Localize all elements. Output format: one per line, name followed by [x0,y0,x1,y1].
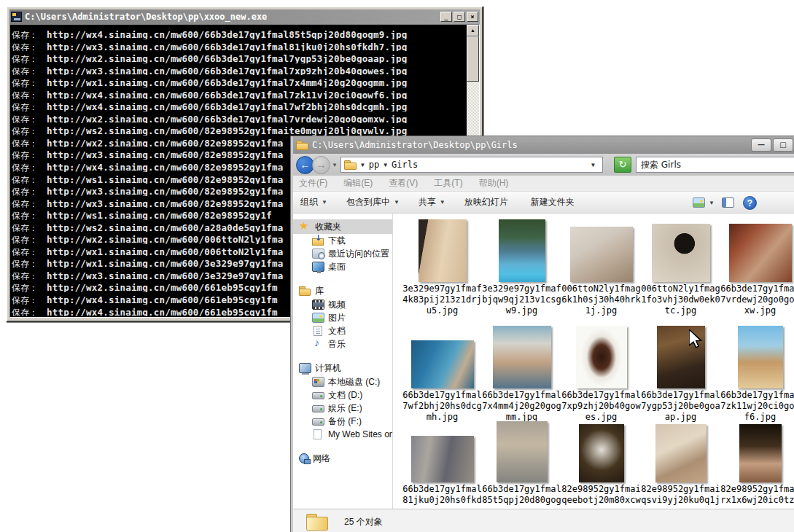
chevron-down-icon[interactable]: ▼ [709,200,715,206]
menu-item[interactable]: 编辑(E) [343,177,373,189]
file-thumbnail[interactable] [497,421,548,482]
scroll-up-button[interactable]: ▲ [467,25,479,36]
console-line: 保存：http://wx4.sinaimg.cn/mw600/66b3de17g… [12,99,465,112]
menu-item[interactable]: 查看(V) [389,177,418,189]
sidebar-item[interactable] [293,351,392,361]
sidebar-item[interactable] [293,441,392,451]
sidebar-item-icon [293,351,294,361]
search-box[interactable] [636,157,794,173]
save-label: 保存： [12,270,47,281]
sidebar-item[interactable]: 备份 (F:) [293,415,392,428]
toolbar-button[interactable]: 新建文件夹 [531,196,578,208]
address-bar: ← → ▼ ▼ pp ▼ Girls ▼ ↻ [293,154,794,176]
maximize-button[interactable]: □ [454,12,465,22]
chevron-down-icon[interactable]: ▼ [384,162,387,168]
file-thumbnail[interactable] [411,436,474,482]
sidebar-item[interactable]: 下载 [293,234,392,247]
minimize-button[interactable]: — [751,138,771,152]
search-input[interactable] [637,158,794,173]
mouse-pointer-icon [689,329,705,348]
breadcrumb[interactable]: ▼ pp ▼ Girls ▼ [340,157,603,173]
file-thumbnail[interactable] [652,224,710,282]
file-item[interactable]: 66b3de17gy1fmal81jku0j20hs0fkd [405,420,480,506]
sidebar-item[interactable]: 文档 [293,324,392,337]
toolbar-button[interactable]: 组织▼ [300,196,327,208]
sidebar-item[interactable]: 收藏夹 [293,219,392,234]
breadcrumb-item-pp[interactable]: pp [369,160,379,170]
file-thumbnail[interactable] [493,326,551,388]
file-name: 66b3de17gy1fmal7ygp53j20be0goaap.jpg [641,390,720,423]
file-item[interactable]: 3e329e97gy1fmaf4k83pij213z1drju5.jpg [405,218,480,316]
saved-url-text: http://wx1.sinaimg.cn/mw600/3e329e97gy1f… [47,258,283,268]
breadcrumb-item-girls[interactable]: Girls [392,160,418,170]
sidebar-item-icon [312,300,324,310]
sidebar-item[interactable]: 最近访问的位置 [293,247,392,260]
file-thumbnail[interactable] [729,224,792,282]
file-item[interactable]: 66b3de17gy1fmal7zk11wj20ci0gowf6.jpg [723,324,794,423]
sidebar-item[interactable]: 库 [293,283,392,298]
console-titlebar[interactable]: C:\Users\Administrator\Desktop\pp\xxoo_n… [9,9,480,24]
sidebar-item[interactable] [293,273,392,283]
sidebar-item-label: 音乐 [328,338,346,351]
refresh-button[interactable]: ↻ [614,157,631,173]
sidebar-item[interactable]: 娱乐 (E:) [293,402,392,415]
file-item[interactable]: 82e98952gy1fmaiqsvi9yj20ku0q1j [643,420,718,506]
console-line: 保存：http://wx1.sinaimg.cn/mw600/66b3de17g… [12,75,465,87]
toolbar-button[interactable]: 共享▼ [419,196,445,208]
file-item[interactable]: 006ttoN2ly1fmag6k1h0sj30h40hrk1j.jpg [564,218,639,316]
thumbnail-frame [411,324,474,388]
nav-history-dropdown-icon[interactable]: ▼ [332,162,338,168]
sidebar-item[interactable]: My Web Sites on [293,428,392,441]
thumbnail-frame [493,324,551,388]
file-item[interactable]: 66b3de17gy1fmal7xp9zhj20b40gowes.jpg [564,324,639,423]
forward-button[interactable]: → [312,156,330,174]
file-thumbnail[interactable] [499,219,545,282]
sidebar-item[interactable]: 计算机 [293,361,392,375]
file-thumbnail[interactable] [411,340,474,388]
sidebar-item[interactable]: 文档 (D:) [293,388,392,402]
change-view-icon[interactable] [693,197,705,208]
file-item[interactable]: 66b3de17gy1fmal7ygp53j20be0goaap.jpg [643,324,718,423]
saved-url-text: http://wx4.sinaimg.cn/mw600/66b3de17gy1f… [47,29,407,39]
console-line: 保存：http://wx2.sinaimg.cn/mw600/66b3de17g… [12,51,465,63]
file-item[interactable]: 82e98952gy1fmaiqeebotj20m80xcw [564,420,639,506]
file-item[interactable]: 82e98952gy1fmairx1x6wj20ic0tzg [723,420,794,506]
scrollbar-thumb[interactable] [467,36,479,82]
file-thumbnail[interactable] [739,424,782,482]
sidebar-item[interactable]: 音乐 [293,337,392,351]
help-button[interactable]: ? [743,196,757,210]
file-thumbnail[interactable] [738,326,783,388]
file-item[interactable]: 66b3de17gy1fmal7vrdewj20go0gomxw.jpg [723,218,794,316]
explorer-titlebar[interactable]: C:\Users\Administrator\Desktop\pp\Girls … [293,136,794,154]
toolbar-button[interactable]: 包含到库中▼ [346,196,400,208]
file-item[interactable]: 3e329e97gy1fmafbjqw9qj213v1csgw9.jpg [484,218,559,316]
sidebar-item[interactable]: 网络 [293,451,392,466]
preview-pane-icon[interactable] [722,197,734,208]
file-item[interactable]: 66b3de17gy1fmal7x4mm4j20g20gogmm.jpg [484,324,559,423]
file-item[interactable]: 66b3de17gy1fmal85t5qpj20d80gog [484,420,559,506]
menu-item[interactable]: 文件(F) [299,177,327,189]
file-item[interactable]: 66b3de17gy1fmal7wf2bhj20hs0dcgmh.jpg [405,324,480,423]
file-thumbnail[interactable] [579,424,624,482]
minimize-button[interactable]: _ [440,12,452,22]
menu-item[interactable]: 工具(T) [434,177,462,189]
file-thumbnail[interactable] [655,424,707,482]
close-button[interactable]: × [467,12,478,22]
saved-url-text: http://wx3.sinaimg.cn/mw600/66b3de17gy1f… [47,66,407,76]
sidebar-item[interactable]: 桌面 [293,260,392,273]
sidebar-item[interactable]: 视频 [293,298,392,311]
sidebar-item[interactable]: 本地磁盘 (C:) [293,375,392,388]
file-thumbnail[interactable] [576,326,627,388]
menubar: 文件(F) 编辑(E) 查看(V) 工具(T) 帮助(H) [293,176,794,192]
file-thumbnail[interactable] [419,219,467,282]
toolbar-button[interactable]: 放映幻灯片 [464,196,512,208]
menu-item[interactable]: 帮助(H) [479,177,509,189]
save-label: 保存： [12,77,47,87]
maximize-button[interactable]: □ [773,138,793,152]
sidebar-item[interactable]: 图片 [293,311,392,324]
file-thumbnail[interactable] [570,227,633,282]
chevron-down-icon[interactable]: ▼ [361,162,365,168]
file-item[interactable]: 006ttoN2ly1fmag1fo3vhj30dw0ek0tc.jpg [643,218,718,316]
explorer-window[interactable]: C:\Users\Administrator\Desktop\pp\Girls … [290,136,794,532]
breadcrumb-dropdown-icon[interactable]: ▼ [591,162,595,168]
